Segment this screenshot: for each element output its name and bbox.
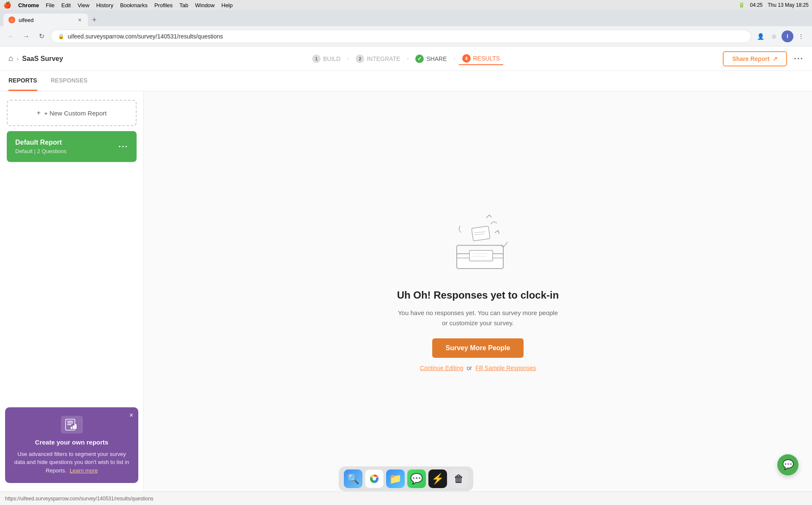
or-text: or bbox=[467, 365, 472, 371]
step-sep-2: › bbox=[407, 56, 409, 62]
tooltip-text: Use advanced filters to segment your sur… bbox=[14, 450, 130, 475]
empty-state-links: Continue Editing or Fill Sample Response… bbox=[420, 365, 536, 371]
continue-editing-link[interactable]: Continue Editing bbox=[420, 365, 464, 371]
menubar-date: Thu 13 May 18:25 bbox=[768, 2, 809, 8]
apple-logo[interactable]: 🍎 bbox=[3, 1, 11, 9]
survey-name: SaaS Survey bbox=[22, 55, 63, 63]
back-button[interactable]: ← bbox=[5, 30, 17, 42]
step-sep-3: › bbox=[454, 56, 455, 62]
breadcrumb: ⌂ › SaaS Survey bbox=[8, 54, 63, 63]
tooltip-title: Create your own reports bbox=[14, 439, 130, 446]
menu-edit[interactable]: Edit bbox=[61, 2, 71, 8]
tab-responses[interactable]: RESPONSES bbox=[51, 71, 88, 91]
svg-rect-3 bbox=[67, 424, 71, 425]
step-build-num: 1 bbox=[312, 55, 321, 63]
svg-rect-1 bbox=[67, 421, 73, 422]
dock-app6-icon[interactable]: 🗑 bbox=[450, 469, 468, 488]
step-build[interactable]: 1 BUILD bbox=[309, 53, 344, 65]
chrome-icon-svg bbox=[368, 473, 380, 485]
svg-rect-4 bbox=[73, 425, 74, 429]
tab-reports[interactable]: REPORTS bbox=[8, 71, 37, 91]
tab-title: uifeed bbox=[19, 17, 33, 23]
profile-button[interactable]: I bbox=[782, 30, 793, 42]
empty-state-subtitle: You have no responses yet. You can surve… bbox=[398, 308, 558, 328]
report-card-info: Default Report Default | 2 Questions bbox=[15, 139, 66, 154]
tooltip-popup: × Create your own reports bbox=[5, 407, 138, 483]
menubar-right: 🔋 04:25 Thu 13 May 18:25 bbox=[738, 2, 809, 8]
dock-app5-icon[interactable]: ⚡ bbox=[428, 469, 447, 488]
sidebar: + + New Custom Report Default Report Def… bbox=[0, 91, 144, 491]
mac-menubar: 🍎 Chrome File Edit View History Bookmark… bbox=[0, 0, 812, 10]
dock-finder-icon[interactable]: 🔍 bbox=[344, 469, 362, 488]
chrome-right-icons: 👤 ☆ I ⋮ bbox=[754, 30, 807, 42]
menu-window[interactable]: Window bbox=[195, 2, 214, 8]
header-more-button[interactable]: ··· bbox=[794, 54, 804, 63]
status-url: https://uifeed.surveysparrow.com/survey/… bbox=[5, 496, 154, 502]
step-share[interactable]: ✓ SHARE bbox=[412, 53, 450, 65]
dock: 🔍 📁 💬 ⚡ 🗑 bbox=[338, 466, 474, 491]
share-report-label: Share Report bbox=[732, 55, 769, 62]
nav-steps: 1 BUILD › 2 INTEGRATE › ✓ SHARE › 4 RESU… bbox=[309, 52, 503, 65]
share-report-button[interactable]: Share Report ↗ bbox=[723, 51, 787, 66]
new-report-plus-icon: + bbox=[37, 109, 41, 117]
address-text: uifeed.surveysparrow.com/survey/140531/r… bbox=[68, 33, 744, 40]
incognito-icon: 👤 bbox=[754, 30, 766, 42]
tab-close-button[interactable]: ✕ bbox=[76, 16, 83, 23]
new-tab-button[interactable]: + bbox=[88, 14, 101, 26]
share-report-icon: ↗ bbox=[773, 55, 778, 62]
svg-rect-2 bbox=[67, 423, 73, 423]
empty-state-svg bbox=[448, 211, 516, 283]
address-bar[interactable]: 🔒 uifeed.surveysparrow.com/survey/140531… bbox=[51, 30, 751, 43]
default-report-card[interactable]: Default Report Default | 2 Questions ··· bbox=[7, 131, 137, 162]
menu-profiles[interactable]: Profiles bbox=[154, 2, 173, 8]
step-results[interactable]: 4 RESULTS bbox=[459, 52, 504, 65]
menu-history[interactable]: History bbox=[96, 2, 113, 8]
step-share-label: SHARE bbox=[426, 55, 447, 62]
menu-chrome[interactable]: Chrome bbox=[18, 2, 39, 8]
status-bar: https://uifeed.surveysparrow.com/survey/… bbox=[0, 491, 812, 505]
report-card-meta: Default | 2 Questions bbox=[15, 148, 66, 154]
menu-view[interactable]: View bbox=[77, 2, 89, 8]
svg-rect-10 bbox=[472, 226, 490, 241]
chrome-menu-icon[interactable]: ⋮ bbox=[795, 30, 807, 42]
menu-bookmarks[interactable]: Bookmarks bbox=[120, 2, 148, 8]
tooltip-close-button[interactable]: × bbox=[129, 412, 133, 419]
dock-chrome-icon[interactable] bbox=[365, 469, 384, 488]
home-icon[interactable]: ⌂ bbox=[8, 54, 13, 63]
chat-widget-button[interactable]: 💬 bbox=[777, 454, 798, 475]
tooltip-icon-container bbox=[14, 416, 130, 434]
forward-button[interactable]: → bbox=[20, 30, 32, 42]
dock-messages-icon[interactable]: 💬 bbox=[407, 469, 426, 488]
lock-icon: 🔒 bbox=[58, 33, 64, 39]
step-integrate[interactable]: 2 INTEGRATE bbox=[352, 53, 403, 65]
menu-help[interactable]: Help bbox=[222, 2, 233, 8]
survey-more-people-button[interactable]: Survey More People bbox=[432, 338, 524, 358]
breadcrumb-separator: › bbox=[16, 55, 19, 63]
menu-file[interactable]: File bbox=[46, 2, 55, 8]
new-custom-report-button[interactable]: + + New Custom Report bbox=[7, 100, 137, 126]
menubar-time: 04:25 bbox=[750, 2, 763, 8]
reload-button[interactable]: ↻ bbox=[36, 30, 47, 42]
tooltip-icon-box bbox=[61, 416, 83, 434]
main-content: + + New Custom Report Default Report Def… bbox=[0, 91, 812, 491]
step-share-num: ✓ bbox=[415, 55, 424, 63]
tab-reports-label: REPORTS bbox=[8, 77, 37, 84]
step-integrate-label: INTEGRATE bbox=[367, 55, 400, 62]
report-card-more-button[interactable]: ··· bbox=[118, 142, 128, 151]
tabs-bar: REPORTS RESPONSES bbox=[0, 71, 812, 91]
step-results-num: 4 bbox=[462, 54, 471, 63]
browser-tab[interactable]: u uifeed ✕ bbox=[3, 14, 88, 26]
fill-sample-link[interactable]: Fill Sample Responses bbox=[475, 365, 536, 371]
empty-state: Uh Oh! Responses yet to clock-in You hav… bbox=[144, 91, 812, 491]
step-sep-1: › bbox=[347, 56, 349, 62]
tab-responses-label: RESPONSES bbox=[51, 77, 88, 84]
step-build-label: BUILD bbox=[323, 55, 340, 62]
bookmark-star-icon[interactable]: ☆ bbox=[768, 30, 780, 42]
menu-tab[interactable]: Tab bbox=[179, 2, 188, 8]
tooltip-link[interactable]: Learn more bbox=[70, 467, 98, 474]
survey-more-label: Survey More People bbox=[446, 344, 510, 351]
step-integrate-num: 2 bbox=[356, 55, 364, 63]
chat-widget-icon: 💬 bbox=[782, 459, 794, 470]
dock-finder-files-icon[interactable]: 📁 bbox=[386, 469, 405, 488]
step-results-label: RESULTS bbox=[473, 55, 500, 62]
